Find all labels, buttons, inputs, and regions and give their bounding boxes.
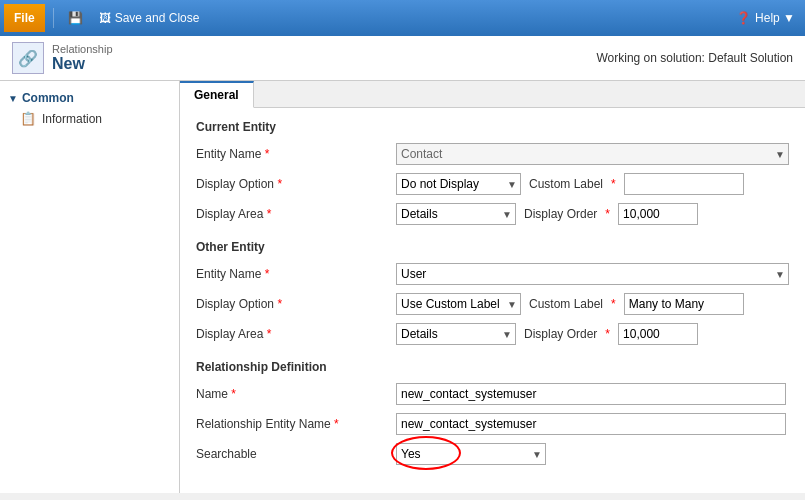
required-star7: * [277,297,282,311]
display-area-label: Display Area * [196,207,396,221]
current-display-option-row: Display Option * Do not Display Use Cust… [196,172,789,196]
current-entity-name-row: Entity Name * Contact ▼ [196,142,789,166]
required-star2: * [277,177,282,191]
current-entity-select-wrapper: Contact ▼ [396,143,789,165]
page-title: New [52,55,113,73]
other-entity-select-container: User ▼ [396,263,789,285]
custom-label-input[interactable] [624,173,744,195]
save-button[interactable]: 💾 [62,4,89,32]
entity-name-label: Entity Name * [196,147,396,161]
entity-type-label: Relationship [52,43,113,55]
other-entity-header: Other Entity [196,240,789,254]
rel-name-label: Name * [196,387,396,401]
other-custom-label-label: Custom Label [529,297,603,311]
tab-general[interactable]: General [180,81,254,108]
other-display-area-select[interactable]: Details Sales Service [396,323,516,345]
solution-label: Working on solution: Default Solution [596,51,793,65]
other-entity-name-label: Entity Name * [196,267,396,281]
display-order-input[interactable] [618,203,698,225]
rel-entity-name-input[interactable] [396,413,786,435]
toolbar-separator [53,8,54,28]
display-area-group: Details Sales Service ▼ Display Order * [396,203,789,225]
content-area: General Current Entity Entity Name * Con… [180,81,805,493]
display-option-label: Display Option * [196,177,396,191]
other-display-option-select-container: Do not Display Use Custom Label Hide ▼ [396,293,521,315]
required-star: * [265,147,270,161]
save-close-icon: 🖼 [99,11,111,25]
rel-entity-name-label: Relationship Entity Name * [196,417,396,431]
current-display-area-row: Display Area * Details Sales Service ▼ D… [196,202,789,226]
rel-entity-name-row: Relationship Entity Name * [196,412,789,436]
required-star12: * [334,417,339,431]
sidebar-item-label: Information [42,112,102,126]
other-display-area-select-container: Details Sales Service ▼ [396,323,516,345]
sidebar-group-label: Common [22,91,74,105]
rel-name-input[interactable] [396,383,786,405]
display-area-select-container: Details Sales Service ▼ [396,203,516,225]
display-option-select-container: Do not Display Use Custom Label Hide ▼ [396,173,521,195]
other-display-area-label: Display Area * [196,327,396,341]
save-close-label: Save and Close [115,11,200,25]
help-area: ❓ Help ▼ [730,4,801,32]
help-label: Help ▼ [755,11,795,25]
sidebar: ▼ Common 📋 Information [0,81,180,493]
other-entity-select-wrapper: User ▼ [396,263,789,285]
other-display-order-label: Display Order [524,327,597,341]
other-display-area-group: Details Sales Service ▼ Display Order * [396,323,789,345]
required-star6: * [265,267,270,281]
header-title-block: Relationship New [52,43,113,73]
sidebar-group-header: ▼ Common [0,85,179,107]
other-entity-select[interactable]: User [396,263,789,285]
entity-icon-symbol: 🔗 [18,49,38,68]
rel-def-header: Relationship Definition [196,360,789,374]
rel-name-row: Name * [196,382,789,406]
required-star10: * [605,327,610,341]
other-entity-name-row: Entity Name * User ▼ [196,262,789,286]
display-option-select[interactable]: Do not Display Use Custom Label Hide [396,173,521,195]
required-star3: * [611,177,616,191]
display-area-select[interactable]: Details Sales Service [396,203,516,225]
other-display-order-input[interactable] [618,323,698,345]
tab-bar: General [180,81,805,108]
help-icon: ❓ [736,11,751,25]
other-custom-label-input[interactable] [624,293,744,315]
other-display-option-select[interactable]: Do not Display Use Custom Label Hide [396,293,521,315]
info-icon: 📋 [20,111,36,126]
toolbar: File 💾 🖼 Save and Close ❓ Help ▼ [0,0,805,36]
required-star8: * [611,297,616,311]
searchable-select-container: Yes No ▼ [396,443,546,465]
current-entity-select[interactable]: Contact [396,143,789,165]
form-content: Current Entity Entity Name * Contact ▼ [180,108,805,484]
display-order-label: Display Order [524,207,597,221]
display-option-group: Do not Display Use Custom Label Hide ▼ C… [396,173,789,195]
required-star5: * [605,207,610,221]
triangle-icon: ▼ [8,93,18,104]
file-button[interactable]: File [4,4,45,32]
searchable-select[interactable]: Yes No [396,443,546,465]
other-display-option-row: Display Option * Do not Display Use Cust… [196,292,789,316]
other-display-option-group: Do not Display Use Custom Label Hide ▼ C… [396,293,789,315]
header-left: 🔗 Relationship New [12,42,113,74]
disk-icon: 💾 [68,11,83,25]
required-star4: * [267,207,272,221]
other-display-area-row: Display Area * Details Sales Service ▼ D… [196,322,789,346]
other-display-option-label: Display Option * [196,297,396,311]
required-star9: * [267,327,272,341]
current-entity-header: Current Entity [196,120,789,134]
required-star11: * [231,387,236,401]
header-area: 🔗 Relationship New Working on solution: … [0,36,805,81]
entity-icon: 🔗 [12,42,44,74]
main-layout: ▼ Common 📋 Information General Current E… [0,81,805,493]
custom-label-label: Custom Label [529,177,603,191]
current-entity-select-container: Contact ▼ [396,143,789,165]
help-button[interactable]: ❓ Help ▼ [730,4,801,32]
sidebar-item-information[interactable]: 📋 Information [0,107,179,130]
searchable-row: Searchable Yes No ▼ [196,442,789,466]
searchable-label: Searchable [196,447,396,461]
save-close-button[interactable]: 🖼 Save and Close [93,4,206,32]
